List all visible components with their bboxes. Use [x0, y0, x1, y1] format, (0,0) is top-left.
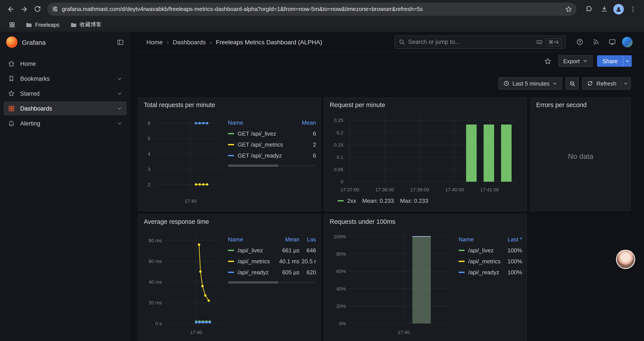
series-name[interactable]: /api/_metrics: [228, 258, 274, 265]
reload-button[interactable]: [31, 3, 44, 16]
sidebar-item-home[interactable]: Home: [4, 57, 127, 71]
legend-header-name[interactable]: Name: [228, 119, 300, 126]
legend-scrollbar[interactable]: [228, 165, 316, 167]
scrollbar-thumb[interactable]: [228, 281, 278, 283]
legend-row: GET /api/_readyz 6: [228, 150, 316, 161]
legend-scrollbar[interactable]: [228, 281, 316, 283]
panel-title[interactable]: Errors per second: [531, 98, 630, 110]
series-name[interactable]: /api/_metrics: [458, 258, 501, 265]
legend-row: /api/_readyz 100%: [458, 267, 522, 278]
sidebar-toggle-icon[interactable]: [116, 38, 124, 46]
svg-text:0.2: 0.2: [336, 130, 343, 135]
series-swatch: [228, 250, 234, 251]
svg-text:60 ms: 60 ms: [148, 258, 162, 264]
panel-title[interactable]: Total requests per minute: [138, 98, 320, 110]
chevron-down-icon[interactable]: [116, 76, 122, 81]
legend-table: Name Mean Las /api/_livez 661 µs 646 /ap…: [228, 227, 316, 337]
svg-text:6: 6: [148, 121, 150, 126]
svg-text:2: 2: [148, 182, 150, 187]
refresh-button[interactable]: Refresh: [582, 77, 621, 90]
series-swatch: [338, 200, 344, 201]
bookmark-freeleaps[interactable]: Freeleaps: [22, 20, 63, 30]
share-dropdown-button[interactable]: [623, 55, 632, 67]
request-per-minute-chart[interactable]: 00.050.10.150.20.2517:37:0017:38:0017:39…: [329, 110, 522, 195]
downloads-icon[interactable]: [598, 3, 611, 16]
sidebar-item-starred[interactable]: Starred: [4, 87, 127, 101]
svg-text:80%: 80%: [336, 251, 346, 257]
series-name[interactable]: GET /api/_metrics: [228, 141, 300, 148]
sidebar-item-alerting[interactable]: Alerting: [4, 116, 127, 130]
breadcrumb-dashboards[interactable]: Dashboards: [173, 38, 206, 46]
panel-title[interactable]: Request per minute: [324, 98, 526, 110]
requests-under-100ms-chart[interactable]: 0%20%40%60%80%100%17:40: [329, 227, 455, 337]
dashboard-canvas: Last 5 minutes Refresh: [131, 70, 644, 341]
legend-row: /api/_metrics 40.1 ms 20.5 r: [228, 256, 316, 267]
grafana-header: Home › Dashboards › Freeleaps Metrics Da…: [131, 32, 644, 52]
sidebar-item-dashboards[interactable]: Dashboards: [4, 101, 127, 115]
time-range-label: Last 5 minutes: [512, 80, 550, 87]
browser-window: Freeleaps 收藏博客 Grafana Home: [0, 0, 644, 341]
bookmark-blog-folder[interactable]: 收藏博客: [66, 20, 105, 30]
chevron-down-icon[interactable]: [116, 106, 122, 111]
chevron-down-icon[interactable]: [116, 121, 122, 126]
scrollbar-thumb[interactable]: [228, 165, 278, 167]
site-info-icon[interactable]: [52, 6, 58, 12]
series-mean: 6: [300, 130, 316, 137]
series-name[interactable]: /api/_readyz: [458, 269, 501, 276]
panel-title[interactable]: Average response time: [138, 215, 320, 227]
grafana-logo[interactable]: [6, 37, 18, 48]
legend-header-name[interactable]: Name: [228, 236, 274, 243]
monitor-icon[interactable]: [606, 36, 618, 48]
bookmark-star-icon[interactable]: [565, 6, 572, 13]
legend-header-last[interactable]: Last *: [501, 236, 522, 243]
series-name[interactable]: GET /api/_livez: [228, 130, 300, 137]
url-bar[interactable]: [47, 3, 576, 16]
zoom-out-button[interactable]: [566, 77, 579, 90]
svg-text:100%: 100%: [334, 234, 346, 239]
user-avatar[interactable]: [622, 37, 632, 47]
legend-header-mean[interactable]: Mean: [274, 236, 300, 243]
series-name[interactable]: 2xx: [338, 197, 356, 204]
forward-button[interactable]: [18, 3, 31, 16]
breadcrumb-current: Freeleaps Metrics Dashboard (ALPHA): [216, 38, 322, 46]
help-icon[interactable]: [574, 36, 586, 48]
series-name[interactable]: /api/_livez: [458, 247, 501, 254]
back-button[interactable]: [4, 3, 18, 16]
export-label: Export: [563, 58, 580, 64]
sidebar-item-label: Starred: [20, 90, 40, 97]
average-response-time-chart[interactable]: 0 s20 ms40 ms60 ms80 ms17:40: [143, 227, 224, 337]
menu-kebab-icon[interactable]: [626, 3, 640, 16]
breadcrumb-home[interactable]: Home: [146, 38, 163, 46]
legend-header-name[interactable]: Name: [458, 236, 501, 243]
time-range-picker[interactable]: Last 5 minutes: [498, 77, 562, 90]
legend-header-mean[interactable]: Mean: [300, 119, 316, 126]
total-requests-chart[interactable]: 2345617:40: [143, 110, 224, 206]
series-name[interactable]: GET /api/_readyz: [228, 152, 300, 159]
refresh-interval-dropdown[interactable]: [621, 77, 631, 90]
dashboard-actions-bar: Export Share: [131, 52, 644, 70]
assistant-avatar[interactable]: [616, 250, 635, 269]
legend-header-last[interactable]: Las: [300, 236, 316, 243]
favorite-star-button[interactable]: [542, 55, 554, 67]
chevron-down-icon[interactable]: [116, 91, 122, 96]
series-name[interactable]: /api/_livez: [228, 247, 274, 254]
search-box[interactable]: ⌘+k: [394, 35, 566, 49]
search-input[interactable]: [408, 39, 533, 45]
svg-text:0 s: 0 s: [156, 321, 162, 326]
apps-grid-icon[interactable]: [5, 18, 18, 31]
url-input[interactable]: [62, 6, 562, 12]
svg-text:0.05: 0.05: [334, 167, 343, 172]
extensions-icon[interactable]: [582, 3, 595, 16]
export-button[interactable]: Export: [558, 55, 593, 67]
panel-average-response-time: Average response time 0 s20 ms40 ms60 ms…: [138, 214, 321, 341]
star-icon: [8, 90, 15, 97]
series-last: 646: [300, 247, 316, 254]
panel-title[interactable]: Requests under 100ms: [324, 215, 526, 227]
browser-profile-avatar[interactable]: [613, 4, 624, 14]
share-button[interactable]: Share: [597, 55, 623, 67]
news-rss-icon[interactable]: [590, 36, 602, 48]
svg-text:17:41:00: 17:41:00: [480, 187, 499, 192]
series-mean: 6: [300, 152, 316, 159]
sidebar-item-bookmarks[interactable]: Bookmarks: [4, 72, 127, 86]
series-name[interactable]: /api/_readyz: [228, 269, 274, 276]
